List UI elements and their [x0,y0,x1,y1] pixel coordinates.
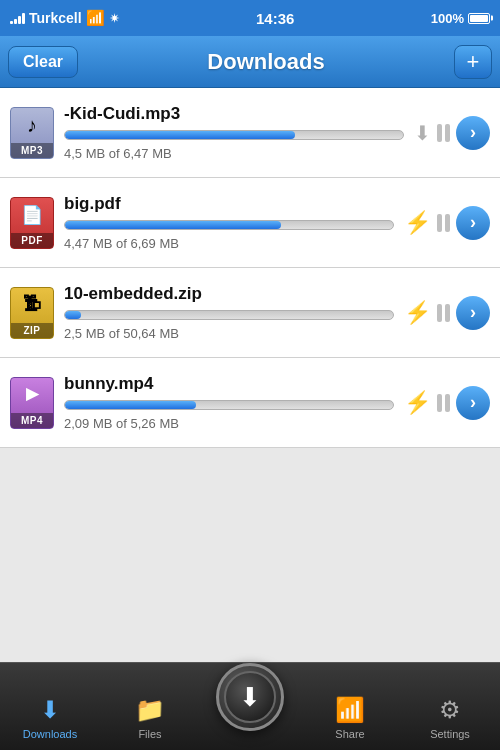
progress-fill-2 [65,221,281,229]
file-info-2: big.pdf 4,47 MB of 6,69 MB [64,194,394,251]
file-info-3: 10-embedded.zip 2,5 MB of 50,64 MB [64,284,394,341]
detail-button-4[interactable]: › [456,386,490,420]
tab-share-label: Share [335,728,364,740]
file-icon-mp3: ♪ MP3 [10,107,54,159]
file-icon-mp4: ▶ MP4 [10,377,54,429]
file-icon-pdf: 📄 PDF [10,197,54,249]
downloads-list: ♪ MP3 -Kid-Cudi.mp3 4,5 MB of 6,47 MB ⬇ … [0,88,500,662]
lightning-icon-3: ⚡ [404,300,431,326]
progress-fill-3 [65,311,81,319]
file-size-1: 4,5 MB of 6,47 MB [64,146,404,161]
files-tab-icon: 📁 [135,696,165,724]
tab-downloads[interactable]: ⬇ Downloads [0,663,100,750]
tab-downloads-label: Downloads [23,728,77,740]
signal-icon [10,12,25,24]
table-row: ▶ MP4 bunny.mp4 2,09 MB of 5,26 MB ⚡ › [0,358,500,448]
center-arrow-icon: ⬇ [239,684,261,710]
battery-percent: 100% [431,11,464,26]
battery-icon [468,13,490,24]
add-button[interactable]: + [454,45,492,79]
download-icon: ⬇ [414,121,431,145]
file-size-2: 4,47 MB of 6,69 MB [64,236,394,251]
progress-bar-1 [64,130,404,140]
progress-bar-4 [64,400,394,410]
progress-bar-2 [64,220,394,230]
tab-center: ⬇ [200,663,300,750]
downloads-tab-icon: ⬇ [40,696,60,724]
progress-fill-1 [65,131,295,139]
tab-settings-label: Settings [430,728,470,740]
wifi-icon: 📶 [86,9,105,27]
status-left: Turkcell 📶 ✴ [10,9,120,27]
center-btn-inner: ⬇ [224,671,276,723]
pause-icon[interactable] [437,124,450,142]
carrier-label: Turkcell [29,10,82,26]
progress-fill-4 [65,401,196,409]
clear-button[interactable]: Clear [8,46,78,78]
file-size-4: 2,09 MB of 5,26 MB [64,416,394,431]
pdf-symbol: 📄 [21,204,44,226]
loading-icon: ✴ [109,11,120,26]
tab-files-label: Files [138,728,161,740]
file-icon-zip: 🗜 ZIP [10,287,54,339]
mp4-symbol: ▶ [26,384,39,403]
status-right: 100% [431,11,490,26]
item-controls-2: ⚡ › [404,206,490,240]
file-size-3: 2,5 MB of 50,64 MB [64,326,394,341]
tab-files[interactable]: 📁 Files [100,663,200,750]
lightning-icon-4: ⚡ [404,390,431,416]
detail-button-2[interactable]: › [456,206,490,240]
item-controls-3: ⚡ › [404,296,490,330]
status-time: 14:36 [256,10,294,27]
pause-icon-2[interactable] [437,214,450,232]
tab-bar: ⬇ Downloads 📁 Files ⬇ 📶 Share ⚙ Settings [0,662,500,750]
item-controls-4: ⚡ › [404,386,490,420]
table-row: ♪ MP3 -Kid-Cudi.mp3 4,5 MB of 6,47 MB ⬇ … [0,88,500,178]
file-info-1: -Kid-Cudi.mp3 4,5 MB of 6,47 MB [64,104,404,161]
item-controls-1: ⬇ › [414,116,490,150]
pause-icon-4[interactable] [437,394,450,412]
center-download-button[interactable]: ⬇ [216,663,284,731]
tab-settings[interactable]: ⚙ Settings [400,663,500,750]
pause-icon-3[interactable] [437,304,450,322]
tab-share[interactable]: 📶 Share [300,663,400,750]
settings-tab-icon: ⚙ [439,696,461,724]
file-name-4: bunny.mp4 [64,374,394,394]
mp3-symbol: ♪ [27,114,38,137]
table-row: 📄 PDF big.pdf 4,47 MB of 6,69 MB ⚡ › [0,178,500,268]
detail-button-3[interactable]: › [456,296,490,330]
page-title: Downloads [207,49,324,75]
share-tab-icon: 📶 [335,696,365,724]
lightning-icon-2: ⚡ [404,210,431,236]
file-info-4: bunny.mp4 2,09 MB of 5,26 MB [64,374,394,431]
zip-symbol: 🗜 [23,294,42,315]
status-bar: Turkcell 📶 ✴ 14:36 100% [0,0,500,36]
detail-button-1[interactable]: › [456,116,490,150]
progress-bar-3 [64,310,394,320]
file-name-3: 10-embedded.zip [64,284,394,304]
nav-bar: Clear Downloads + [0,36,500,88]
file-name-1: -Kid-Cudi.mp3 [64,104,404,124]
file-name-2: big.pdf [64,194,394,214]
table-row: 🗜 ZIP 10-embedded.zip 2,5 MB of 50,64 MB… [0,268,500,358]
